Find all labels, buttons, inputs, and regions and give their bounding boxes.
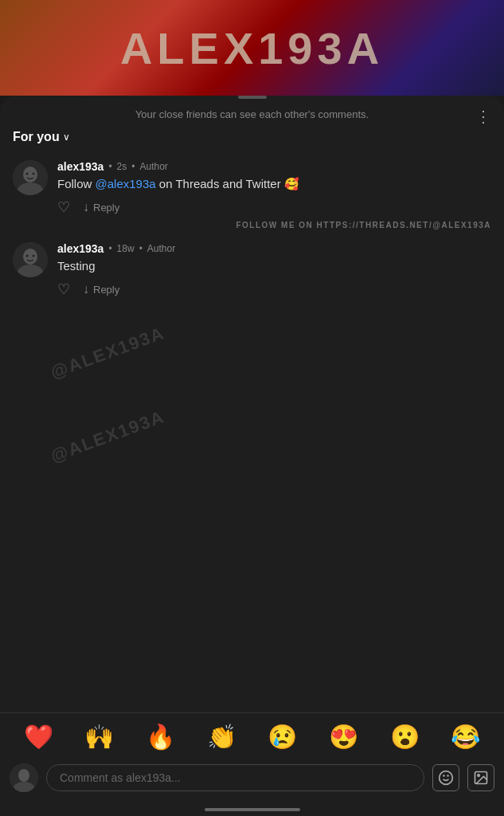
home-indicator [205, 808, 300, 811]
comment-body: alex193a • 2s • Author Follow @alex193a … [57, 160, 491, 216]
comment-item: alex193a • 2s • Author Follow @alex193a … [0, 154, 504, 219]
commenter-username[interactable]: alex193a [57, 160, 104, 173]
emoji-laugh[interactable]: 😂 [451, 723, 480, 751]
emoji-heart-eyes[interactable]: 😍 [329, 723, 358, 751]
emoji-wow[interactable]: 😮 [390, 723, 420, 751]
svg-point-17 [478, 775, 480, 777]
comment-action-icons [432, 764, 494, 791]
svg-point-1 [23, 167, 37, 182]
reply-arrow-icon-2: ↓ [83, 282, 89, 296]
chevron-down-icon[interactable]: ∨ [63, 131, 70, 143]
comment-header-2: alex193a • 18w • Author [57, 242, 491, 255]
for-you-bar: For you ∨ [0, 127, 504, 154]
info-text: Your close friends can see each other's … [0, 99, 504, 127]
comment-bar: Comment as alex193a... [0, 759, 504, 800]
emoji-hands[interactable]: 🙌 [84, 723, 114, 751]
svg-point-9 [33, 255, 35, 257]
svg-point-8 [26, 255, 29, 257]
separator-3: • [108, 243, 111, 254]
watermark-1: @ALEX193A [48, 323, 168, 383]
svg-point-6 [23, 249, 37, 265]
comment-item-2: alex193a • 18w • Author Testing ♡ ↓ Repl… [0, 236, 504, 301]
emoji-picker-button[interactable] [432, 764, 459, 791]
separator-4: • [139, 243, 143, 254]
author-badge: Author [140, 161, 168, 172]
reply-label-2: Reply [93, 284, 119, 296]
emoji-bar: ❤️ 🙌 🔥 👏 😢 😍 😮 😂 [0, 712, 504, 760]
comment-text: Follow @alex193a on Threads and Twitter … [57, 175, 491, 192]
comment-text-suffix: on Threads and Twitter 🥰 [156, 177, 299, 190]
user-avatar-small [10, 763, 38, 792]
svg-point-11 [18, 769, 29, 782]
main-content: ⋮ Your close friends can see each other'… [0, 96, 504, 816]
header-background: ALEX193A [0, 0, 504, 96]
emoji-clap[interactable]: 👏 [207, 723, 236, 751]
avatar [13, 160, 48, 195]
follow-watermark: FOLLOW ME ON HTTPS://THREADS.NET/@ALEX19… [0, 219, 504, 236]
comment-time-2: 18w [117, 243, 135, 254]
reply-label: Reply [93, 202, 119, 214]
comment-header: alex193a • 2s • Author [57, 160, 491, 173]
emoji-heart[interactable]: ❤️ [24, 723, 53, 751]
watermark-2: @ALEX193A [48, 406, 168, 467]
comment-placeholder: Comment as alex193a... [60, 771, 181, 784]
more-options-button[interactable]: ⋮ [475, 107, 491, 126]
separator: • [108, 161, 111, 172]
comment-actions: ♡ ↓ Reply [57, 198, 491, 216]
like-button-2[interactable]: ♡ [57, 280, 70, 298]
for-you-label[interactable]: For you [13, 130, 60, 144]
reply-button-2[interactable]: ↓ Reply [83, 282, 119, 296]
author-badge-2: Author [147, 243, 175, 254]
commenter-username-2[interactable]: alex193a [57, 242, 104, 255]
separator2: • [131, 161, 135, 172]
svg-point-3 [26, 173, 29, 175]
profile-title: ALEX193A [120, 22, 384, 74]
reply-button[interactable]: ↓ Reply [83, 200, 119, 214]
comment-actions-2: ♡ ↓ Reply [57, 280, 491, 298]
image-picker-button[interactable] [467, 764, 494, 791]
like-button[interactable]: ♡ [57, 198, 70, 216]
svg-point-13 [440, 771, 453, 785]
emoji-sad[interactable]: 😢 [268, 723, 297, 751]
comment-body-2: alex193a • 18w • Author Testing ♡ ↓ Repl… [57, 242, 491, 298]
comment-text-prefix: Follow [57, 177, 96, 190]
comment-text-2: Testing [57, 257, 491, 274]
heart-icon-2: ♡ [57, 280, 70, 298]
comment-time: 2s [117, 161, 127, 172]
svg-point-4 [33, 173, 35, 175]
comment-input[interactable]: Comment as alex193a... [46, 764, 424, 791]
avatar-2 [13, 242, 48, 277]
reply-arrow-icon: ↓ [83, 200, 89, 214]
emoji-fire[interactable]: 🔥 [146, 723, 175, 751]
mention-link[interactable]: @alex193a [96, 177, 156, 190]
heart-icon: ♡ [57, 198, 70, 216]
